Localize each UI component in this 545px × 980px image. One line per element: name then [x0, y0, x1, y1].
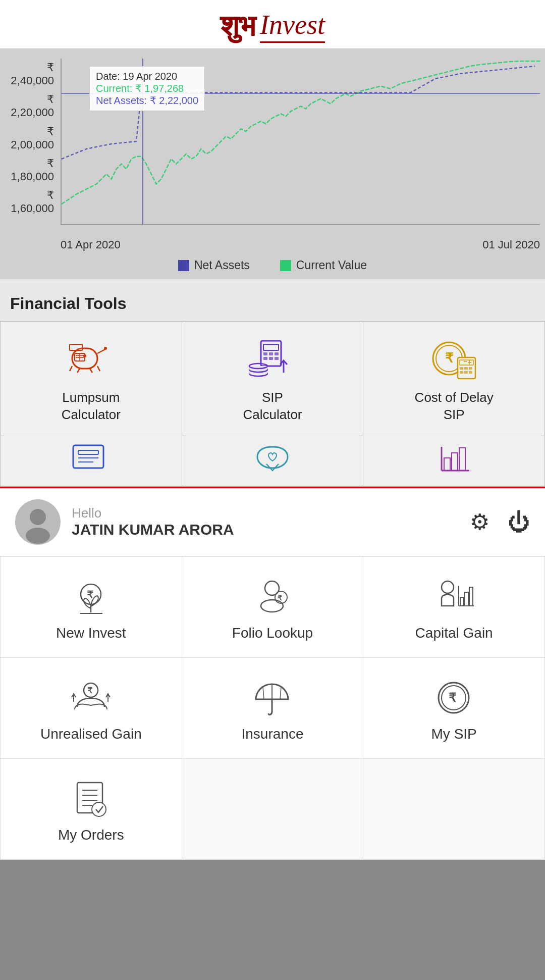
svg-rect-16	[269, 352, 273, 355]
row2-icon2-svg	[252, 443, 293, 476]
user-greeting: Hello	[72, 505, 234, 521]
menu-new-invest[interactable]: ₹ New Invest	[1, 557, 182, 658]
x-axis-labels: 01 Apr 2020 01 Jul 2020	[0, 235, 545, 255]
y-label-4: ₹ 1,80,000	[3, 157, 54, 183]
x-label-left: 01 Apr 2020	[61, 238, 121, 251]
power-button[interactable]: ⏻	[508, 511, 530, 533]
tooltip-current: Current: ₹ 1,97,268	[96, 82, 198, 94]
lumpsum-label: Lumpsum Calculator	[62, 389, 121, 424]
folio-lookup-icon-area: ₹	[250, 577, 295, 617]
my-sip-icon-area: ₹	[431, 678, 477, 718]
svg-rect-36	[464, 371, 468, 374]
tool-cost-delay[interactable]: ₹ Cost of Delay SI	[363, 322, 545, 436]
row2-icon3-svg	[434, 443, 474, 476]
svg-rect-63	[460, 597, 464, 606]
my-sip-label: My SIP	[431, 726, 477, 742]
menu-capital-gain[interactable]: Capital Gain	[363, 557, 545, 658]
svg-rect-15	[263, 352, 267, 355]
svg-rect-64	[465, 592, 468, 606]
tool-row2-3[interactable]	[363, 436, 545, 487]
cost-delay-label: Cost of Delay SIP	[415, 389, 494, 424]
avatar-svg	[20, 504, 56, 540]
row2-icon2	[247, 443, 298, 476]
svg-text:₹: ₹	[449, 691, 457, 704]
menu-my-sip[interactable]: ₹ My SIP	[363, 658, 545, 759]
tooltip-net: Net Assets: ₹ 2,22,000	[96, 94, 198, 107]
legend-current-value: Current Value	[280, 259, 367, 272]
svg-rect-12	[70, 344, 82, 350]
user-info: Hello JATIN KUMAR ARORA	[72, 505, 234, 538]
legend-blue-dot	[178, 260, 189, 271]
legend-net-assets-label: Net Assets	[194, 259, 250, 272]
menu-folio-lookup[interactable]: ₹ Folio Lookup	[182, 557, 364, 658]
legend-net-assets: Net Assets	[178, 259, 250, 272]
svg-rect-19	[269, 357, 273, 360]
tools-grid: Lumpsum Calculator	[0, 321, 545, 487]
logo-hindi: शुभ	[220, 12, 256, 41]
capital-gain-icon-area	[431, 577, 477, 617]
app-header: शुभ Invest	[0, 0, 545, 48]
user-avatar	[15, 499, 61, 545]
new-invest-label: New Invest	[56, 625, 126, 641]
user-header: Hello JATIN KUMAR ARORA ⚙ ⏻	[0, 488, 545, 556]
my-orders-label: My Orders	[58, 827, 124, 843]
chart-container: ₹ 2,40,000 ₹ 2,20,000 ₹ 2,00,000 ₹ 1,80,…	[0, 54, 545, 235]
svg-text:₹: ₹	[87, 589, 93, 600]
sip-icon-area	[247, 337, 298, 382]
x-label-right: 01 Jul 2020	[482, 238, 540, 251]
chart-tooltip: Date: 19 Apr 2020 Current: ₹ 1,97,268 Ne…	[89, 66, 205, 111]
chart-legend: Net Assets Current Value	[0, 255, 545, 279]
y-axis-labels: ₹ 2,40,000 ₹ 2,20,000 ₹ 2,00,000 ₹ 1,80,…	[0, 59, 58, 230]
svg-rect-20	[275, 357, 279, 360]
tool-row2-1[interactable]	[1, 436, 182, 487]
svg-line-9	[97, 366, 100, 371]
svg-rect-41	[73, 445, 103, 468]
row2-icon1-svg	[71, 443, 111, 476]
svg-rect-14	[263, 344, 279, 350]
row2-icon3	[429, 443, 479, 476]
svg-rect-48	[452, 453, 458, 471]
svg-point-60	[442, 581, 454, 593]
svg-rect-33	[464, 367, 468, 370]
tool-lumpsum[interactable]: Lumpsum Calculator	[1, 322, 182, 436]
svg-rect-17	[275, 352, 279, 355]
svg-point-11	[104, 347, 107, 350]
svg-line-72	[280, 687, 281, 699]
new-invest-icon: ₹	[70, 578, 113, 616]
unrealised-gain-icon: ₹	[70, 679, 113, 717]
tooltip-date: Date: 19 Apr 2020	[96, 71, 198, 82]
svg-text:₹: ₹	[278, 594, 282, 602]
bottom-drawer: Hello JATIN KUMAR ARORA ⚙ ⏻ ₹	[0, 487, 545, 860]
svg-rect-65	[469, 587, 473, 606]
svg-line-10	[97, 349, 105, 353]
row2-icon1	[66, 443, 116, 476]
svg-rect-37	[469, 371, 472, 374]
svg-point-51	[26, 528, 50, 544]
financial-tools-title: Financial Tools	[0, 289, 545, 321]
sip-icon	[248, 338, 296, 381]
capital-gain-label: Capital Gain	[415, 625, 493, 641]
unrealised-gain-icon-area: ₹	[68, 678, 114, 718]
my-orders-icon-area	[68, 779, 114, 819]
settings-button[interactable]: ⚙	[470, 511, 489, 533]
user-name: JATIN KUMAR ARORA	[72, 521, 234, 538]
svg-text:₹: ₹	[87, 686, 93, 695]
chart-plot: Date: 19 Apr 2020 Current: ₹ 1,97,268 Ne…	[61, 59, 540, 225]
tool-sip[interactable]: SIP Calculator	[182, 322, 364, 436]
menu-insurance[interactable]: Insurance	[182, 658, 364, 759]
cost-delay-icon-area: ₹	[429, 337, 479, 382]
menu-empty-1	[182, 759, 364, 860]
my-orders-icon	[70, 780, 113, 818]
new-invest-icon-area: ₹	[68, 577, 114, 617]
logo-invest: Invest	[260, 9, 325, 43]
svg-text:₹: ₹	[445, 350, 454, 366]
menu-unrealised-gain[interactable]: ₹ Unrealised Gain	[1, 658, 182, 759]
sip-label: SIP Calculator	[243, 389, 302, 424]
svg-rect-42	[78, 450, 98, 454]
menu-grid: ₹ New Invest	[0, 556, 545, 860]
tool-row2-2[interactable]	[182, 436, 364, 487]
menu-my-orders[interactable]: My Orders	[1, 759, 182, 860]
insurance-label: Insurance	[242, 726, 304, 742]
y-label-2: ₹ 2,20,000	[3, 93, 54, 119]
lumpsum-icon-area	[66, 337, 116, 382]
